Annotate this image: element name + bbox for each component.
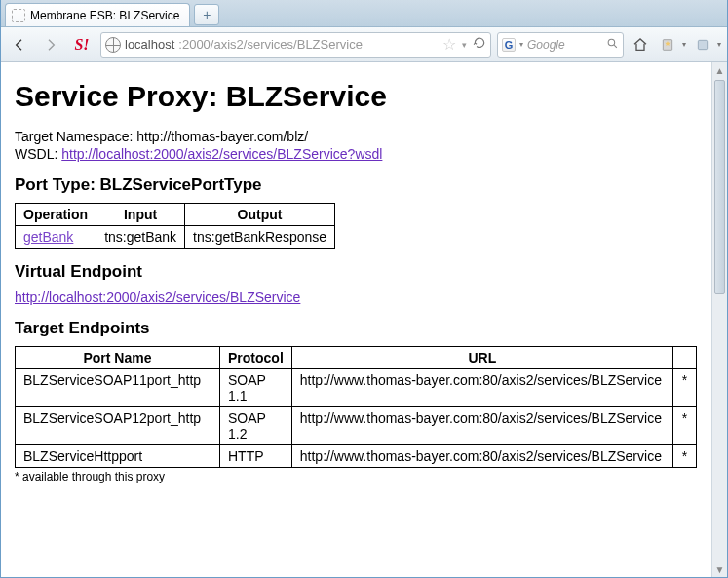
- operation-link[interactable]: getBank: [23, 229, 73, 245]
- search-engine-caret-icon[interactable]: ▾: [519, 40, 523, 49]
- scroll-thumb[interactable]: [714, 80, 725, 294]
- tgt-header-protocol: Protocol: [220, 347, 292, 369]
- footnote: * available through this proxy: [15, 470, 713, 483]
- plus-icon: +: [203, 7, 211, 22]
- tgt-header-url: URL: [291, 347, 672, 369]
- search-submit-button[interactable]: [606, 36, 619, 54]
- back-button[interactable]: [7, 32, 32, 58]
- forward-arrow-icon: [43, 37, 58, 53]
- ns-label: Target Namespace:: [15, 129, 136, 144]
- table-row: BLZServiceSOAP12port_http SOAP 1.2 http:…: [16, 407, 697, 445]
- tgt-url: http://www.thomas-bayer.com:80/axis2/ser…: [291, 407, 672, 445]
- scroll-up-icon[interactable]: ▲: [712, 62, 727, 78]
- reload-icon: [473, 36, 486, 50]
- ops-header-output: Output: [185, 204, 335, 226]
- forward-button[interactable]: [38, 32, 63, 58]
- new-tab-button[interactable]: +: [194, 4, 219, 25]
- tgt-port: BLZServiceHttpport: [16, 445, 220, 468]
- extension-caret-icon[interactable]: ▾: [717, 40, 721, 49]
- wsdl-label: WSDL:: [15, 146, 61, 162]
- target-namespace-line: Target Namespace: http://thomas-bayer.co…: [15, 129, 713, 144]
- ops-header-input: Input: [96, 204, 185, 226]
- svg-point-0: [608, 39, 615, 46]
- virtual-endpoint-heading: Virtual Endpoint: [15, 262, 713, 282]
- tgt-header-mark: [673, 347, 697, 369]
- tgt-proto: SOAP 1.2: [220, 407, 292, 445]
- scroll-track[interactable]: [712, 78, 727, 561]
- tgt-port: BLZServiceSOAP11port_http: [16, 369, 220, 407]
- target-endpoints-heading: Target Endpoints: [15, 319, 713, 338]
- vertical-scrollbar[interactable]: ▲ ▼: [711, 62, 727, 577]
- puzzle-icon: [695, 37, 710, 53]
- back-arrow-icon: [12, 37, 27, 53]
- extension-button[interactable]: [692, 34, 713, 56]
- table-row: getBank tns:getBank tns:getBankResponse: [16, 226, 335, 249]
- dropdown-caret-icon[interactable]: ▾: [462, 40, 467, 50]
- toolbar: S! localhost:2000/axis2/services/BLZServ…: [1, 27, 727, 62]
- bookmarks-icon: [660, 37, 675, 53]
- page-content: Service Proxy: BLZService Target Namespa…: [1, 62, 727, 577]
- porttype-heading: Port Type: BLZServicePortType: [15, 175, 713, 195]
- tgt-mark: *: [673, 407, 697, 445]
- globe-icon: [105, 37, 121, 53]
- home-icon: [632, 37, 648, 53]
- magnifier-icon: [606, 37, 619, 50]
- bookmarks-button[interactable]: [657, 34, 678, 56]
- favicon-placeholder-icon: [12, 9, 25, 22]
- tgt-port: BLZServiceSOAP12port_http: [16, 407, 220, 445]
- tgt-mark: *: [673, 369, 697, 407]
- tgt-url: http://www.thomas-bayer.com:80/axis2/ser…: [291, 445, 672, 468]
- home-button[interactable]: [630, 34, 651, 56]
- url-path: :2000/axis2/services/BLZService: [178, 37, 363, 52]
- operation-output: tns:getBankResponse: [185, 226, 335, 249]
- tgt-header-port: Port Name: [16, 347, 220, 369]
- bookmarks-caret-icon[interactable]: ▾: [682, 40, 686, 49]
- operation-input: tns:getBank: [96, 226, 185, 249]
- scroll-down-icon[interactable]: ▼: [712, 561, 727, 577]
- tgt-proto: SOAP 1.1: [220, 369, 292, 407]
- tab-bar: Membrane ESB: BLZService +: [1, 0, 727, 27]
- page-title: Service Proxy: BLZService: [15, 80, 713, 113]
- search-placeholder: Google: [527, 38, 602, 52]
- svg-rect-2: [698, 40, 707, 49]
- reload-button[interactable]: [473, 36, 486, 54]
- stumble-button[interactable]: S!: [69, 32, 95, 58]
- wsdl-line: WSDL: http://localhost:2000/axis2/servic…: [15, 146, 713, 162]
- tab-title: Membrane ESB: BLZService: [30, 9, 179, 22]
- table-row: BLZServiceHttpport HTTP http://www.thoma…: [16, 445, 697, 468]
- url-bar-controls: ☆ ▾: [442, 35, 486, 54]
- ops-header-operation: Operation: [16, 204, 96, 226]
- stumble-s-icon: S!: [74, 36, 89, 54]
- tgt-url: http://www.thomas-bayer.com:80/axis2/ser…: [291, 369, 672, 407]
- operations-table: Operation Input Output getBank tns:getBa…: [15, 203, 335, 249]
- browser-window: Membrane ESB: BLZService + S! localhost:…: [0, 0, 728, 578]
- google-icon: G: [502, 38, 516, 52]
- bookmark-star-icon[interactable]: ☆: [442, 35, 456, 54]
- tab-active[interactable]: Membrane ESB: BLZService: [5, 3, 190, 26]
- url-host: localhost: [125, 37, 174, 52]
- table-row: BLZServiceSOAP11port_http SOAP 1.1 http:…: [16, 369, 697, 407]
- ns-value: http://thomas-bayer.com/blz/: [136, 129, 308, 144]
- tgt-proto: HTTP: [220, 445, 292, 468]
- url-bar[interactable]: localhost:2000/axis2/services/BLZService…: [100, 32, 491, 58]
- viewport: Service Proxy: BLZService Target Namespa…: [1, 62, 727, 577]
- target-endpoints-table: Port Name Protocol URL BLZServiceSOAP11p…: [15, 346, 697, 468]
- search-box[interactable]: G ▾ Google: [497, 32, 624, 58]
- wsdl-link[interactable]: http://localhost:2000/axis2/services/BLZ…: [61, 146, 382, 162]
- tgt-mark: *: [673, 445, 697, 468]
- virtual-endpoint-link[interactable]: http://localhost:2000/axis2/services/BLZ…: [15, 289, 300, 305]
